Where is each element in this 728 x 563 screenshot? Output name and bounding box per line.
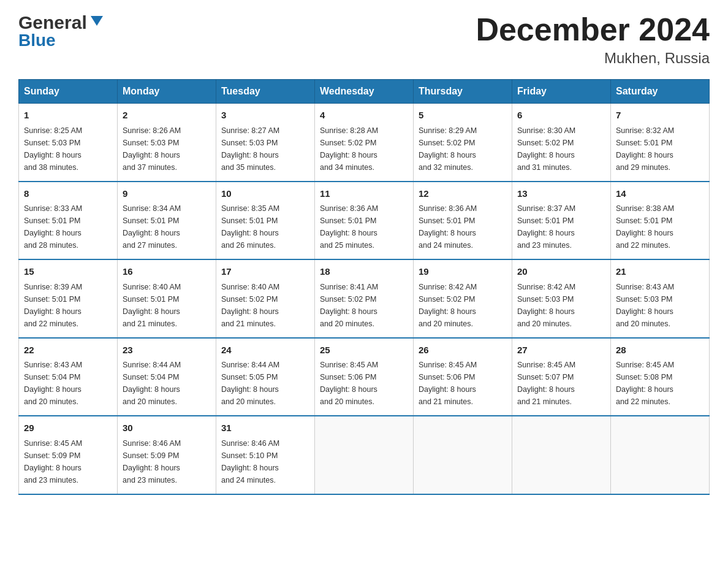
daylight-label: Daylight: 8 hours: [419, 229, 476, 237]
daylight-minutes: and 20 minutes.: [419, 320, 473, 328]
sunrise-value: Sunrise: 8:37 AM: [517, 204, 575, 213]
daylight-minutes: and 22 minutes.: [616, 241, 670, 250]
sunrise-value: Sunrise: 8:28 AM: [320, 126, 378, 135]
sunset-value: Sunset: 5:02 PM: [320, 139, 376, 147]
sunrise-value: Sunrise: 8:38 AM: [616, 204, 674, 213]
daylight-label: Daylight: 8 hours: [123, 229, 180, 237]
calendar-week-4: 22Sunrise: 8:43 AMSunset: 5:04 PMDayligh…: [19, 338, 710, 416]
daylight-minutes: and 28 minutes.: [24, 241, 78, 250]
sunrise-value: Sunrise: 8:25 AM: [24, 126, 82, 135]
day-info: Sunrise: 8:35 AMSunset: 5:01 PMDaylight:…: [221, 202, 309, 251]
day-number: 9: [123, 187, 211, 201]
calendar-week-1: 1Sunrise: 8:25 AMSunset: 5:03 PMDaylight…: [19, 104, 710, 182]
calendar-table: SundayMondayTuesdayWednesdayThursdayFrid…: [18, 79, 710, 495]
day-number: 4: [320, 109, 408, 123]
calendar-cell: 5Sunrise: 8:29 AMSunset: 5:02 PMDaylight…: [414, 104, 512, 182]
calendar-cell: [414, 416, 512, 494]
sunset-value: Sunset: 5:04 PM: [123, 373, 179, 381]
sunset-value: Sunset: 5:06 PM: [320, 373, 376, 381]
day-number: 22: [24, 343, 112, 358]
sunrise-value: Sunrise: 8:39 AM: [24, 283, 82, 291]
daylight-minutes: and 35 minutes.: [221, 163, 276, 172]
col-header-sunday: Sunday: [19, 80, 118, 104]
day-number: 13: [517, 187, 605, 201]
calendar-cell: 8Sunrise: 8:33 AMSunset: 5:01 PMDaylight…: [19, 182, 118, 260]
calendar-cell: 18Sunrise: 8:41 AMSunset: 5:02 PMDayligh…: [315, 259, 414, 338]
day-info: Sunrise: 8:43 AMSunset: 5:04 PMDaylight:…: [24, 359, 112, 408]
day-info: Sunrise: 8:26 AMSunset: 5:03 PMDaylight:…: [123, 124, 211, 174]
daylight-label: Daylight: 8 hours: [123, 307, 180, 316]
sunset-value: Sunset: 5:02 PM: [517, 139, 574, 147]
daylight-label: Daylight: 8 hours: [419, 385, 476, 394]
calendar-cell: 2Sunrise: 8:26 AMSunset: 5:03 PMDaylight…: [118, 104, 216, 182]
calendar-cell: 17Sunrise: 8:40 AMSunset: 5:02 PMDayligh…: [216, 259, 315, 338]
day-info: Sunrise: 8:36 AMSunset: 5:01 PMDaylight:…: [320, 202, 408, 251]
calendar-cell: 31Sunrise: 8:46 AMSunset: 5:10 PMDayligh…: [216, 416, 315, 494]
day-info: Sunrise: 8:44 AMSunset: 5:04 PMDaylight:…: [123, 359, 211, 408]
daylight-label: Daylight: 8 hours: [221, 307, 279, 316]
day-info: Sunrise: 8:46 AMSunset: 5:09 PMDaylight:…: [123, 437, 211, 486]
sunset-value: Sunset: 5:03 PM: [517, 295, 574, 304]
day-info: Sunrise: 8:34 AMSunset: 5:01 PMDaylight:…: [123, 202, 211, 251]
daylight-label: Daylight: 8 hours: [616, 385, 673, 394]
daylight-minutes: and 24 minutes.: [419, 241, 473, 250]
sunset-value: Sunset: 5:08 PM: [616, 373, 672, 381]
sunrise-value: Sunrise: 8:45 AM: [419, 361, 477, 369]
day-number: 21: [616, 265, 704, 279]
calendar-cell: 30Sunrise: 8:46 AMSunset: 5:09 PMDayligh…: [118, 416, 216, 494]
daylight-minutes: and 23 minutes.: [123, 476, 177, 484]
logo-general: General: [18, 12, 87, 33]
calendar-cell: 7Sunrise: 8:32 AMSunset: 5:01 PMDaylight…: [611, 104, 710, 182]
day-number: 6: [517, 109, 605, 123]
location-title: Mukhen, Russia: [476, 50, 710, 67]
daylight-label: Daylight: 8 hours: [419, 151, 476, 159]
daylight-minutes: and 22 minutes.: [616, 397, 670, 406]
daylight-minutes: and 21 minutes.: [517, 397, 572, 406]
sunrise-value: Sunrise: 8:45 AM: [320, 361, 378, 369]
sunrise-value: Sunrise: 8:41 AM: [320, 283, 378, 291]
calendar-cell: 13Sunrise: 8:37 AMSunset: 5:01 PMDayligh…: [512, 182, 611, 260]
sunset-value: Sunset: 5:02 PM: [419, 139, 475, 147]
sunset-value: Sunset: 5:03 PM: [221, 139, 278, 147]
daylight-label: Daylight: 8 hours: [320, 385, 377, 394]
daylight-label: Daylight: 8 hours: [616, 307, 673, 316]
day-info: Sunrise: 8:43 AMSunset: 5:03 PMDaylight:…: [616, 281, 704, 330]
daylight-minutes: and 37 minutes.: [123, 163, 177, 172]
day-number: 23: [123, 343, 211, 358]
daylight-minutes: and 20 minutes.: [221, 397, 276, 406]
day-number: 31: [221, 421, 309, 435]
daylight-label: Daylight: 8 hours: [123, 151, 180, 159]
daylight-minutes: and 23 minutes.: [517, 241, 572, 250]
daylight-minutes: and 20 minutes.: [123, 397, 177, 406]
day-info: Sunrise: 8:42 AMSunset: 5:02 PMDaylight:…: [419, 281, 507, 330]
day-info: Sunrise: 8:42 AMSunset: 5:03 PMDaylight:…: [517, 281, 605, 330]
day-info: Sunrise: 8:25 AMSunset: 5:03 PMDaylight:…: [24, 124, 112, 174]
daylight-label: Daylight: 8 hours: [320, 307, 377, 316]
daylight-label: Daylight: 8 hours: [616, 151, 673, 159]
daylight-label: Daylight: 8 hours: [221, 229, 279, 237]
day-number: 10: [221, 187, 309, 201]
day-info: Sunrise: 8:40 AMSunset: 5:01 PMDaylight:…: [123, 281, 211, 330]
calendar-cell: 15Sunrise: 8:39 AMSunset: 5:01 PMDayligh…: [19, 259, 118, 338]
daylight-label: Daylight: 8 hours: [320, 229, 377, 237]
day-info: Sunrise: 8:29 AMSunset: 5:02 PMDaylight:…: [419, 124, 507, 174]
day-number: 26: [419, 343, 507, 358]
day-number: 17: [221, 265, 309, 279]
daylight-label: Daylight: 8 hours: [419, 307, 476, 316]
logo-blue: Blue: [18, 31, 56, 50]
day-number: 28: [616, 343, 704, 358]
sunrise-value: Sunrise: 8:35 AM: [221, 204, 279, 213]
sunrise-value: Sunrise: 8:45 AM: [517, 361, 575, 369]
daylight-minutes: and 22 minutes.: [24, 320, 78, 328]
daylight-minutes: and 23 minutes.: [24, 476, 78, 484]
calendar-cell: 9Sunrise: 8:34 AMSunset: 5:01 PMDaylight…: [118, 182, 216, 260]
day-info: Sunrise: 8:37 AMSunset: 5:01 PMDaylight:…: [517, 202, 605, 251]
col-header-friday: Friday: [512, 80, 611, 104]
daylight-label: Daylight: 8 hours: [616, 229, 673, 237]
calendar-cell: 20Sunrise: 8:42 AMSunset: 5:03 PMDayligh…: [512, 259, 611, 338]
sunrise-value: Sunrise: 8:29 AM: [419, 126, 477, 135]
daylight-label: Daylight: 8 hours: [320, 151, 377, 159]
daylight-minutes: and 27 minutes.: [123, 241, 177, 250]
sunrise-value: Sunrise: 8:34 AM: [123, 204, 181, 213]
day-number: 20: [517, 265, 605, 279]
